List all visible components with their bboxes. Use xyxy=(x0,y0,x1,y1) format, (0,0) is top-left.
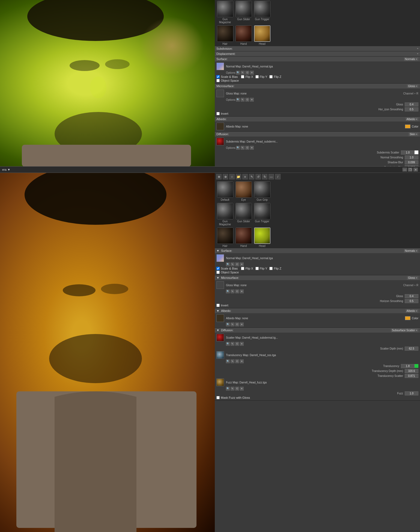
panel-scroll-bottom[interactable]: Default Eye Gun Grip Gun Magazine xyxy=(215,181,420,532)
scatter-edit[interactable]: ✎ xyxy=(231,342,234,346)
diffusion-header-bottom[interactable]: ▼ Diffusion: Subsurface Scatter ÷ xyxy=(215,328,420,333)
edit-icon-top[interactable]: ✎ xyxy=(241,71,245,75)
subdermis-scatter-input[interactable] xyxy=(401,150,415,155)
redo-btn[interactable]: ↻ xyxy=(262,174,267,179)
subdermis-search-icon[interactable]: 🔍 xyxy=(236,146,240,150)
albedo-header-bottom[interactable]: ▼ Albedo: Albedo ÷ xyxy=(215,308,420,313)
add-btn[interactable]: ⊕ xyxy=(216,174,222,179)
subdivision-dropdown[interactable]: ÷ xyxy=(417,47,418,50)
divider-label[interactable]: era ▼ xyxy=(2,168,10,171)
microsurface-header-bottom[interactable]: ▼ Microsurface: Gloss ÷ xyxy=(215,275,420,280)
displacement-header[interactable]: Displacement: ÷ xyxy=(215,51,420,56)
restore-button[interactable]: ❐ xyxy=(408,168,412,172)
thumb-default[interactable]: Default xyxy=(216,181,234,201)
scatter-copy[interactable]: © xyxy=(235,342,239,346)
trans-copy-b[interactable]: © xyxy=(235,359,239,363)
delete-icon-top[interactable]: ✕ xyxy=(250,71,254,75)
albedo-mode-bottom[interactable]: Albedo ÷ xyxy=(406,309,418,313)
scale-bias-check[interactable] xyxy=(216,75,220,78)
diffusion-header-top[interactable]: Diffusion: Skin ÷ xyxy=(215,132,420,137)
albedo-header-top[interactable]: Albedo: Albedo ÷ xyxy=(215,117,420,122)
fuzz-delete-b[interactable]: ✕ xyxy=(240,387,244,391)
gloss-input[interactable] xyxy=(405,102,418,107)
close-button[interactable]: ✕ xyxy=(413,168,418,172)
scatter-delete[interactable]: ✕ xyxy=(240,342,244,346)
gloss-edit-icon[interactable]: ✎ xyxy=(241,98,245,102)
trans-depth-input[interactable] xyxy=(405,369,418,373)
flip-x-check-b[interactable] xyxy=(241,267,244,270)
search-icon-top[interactable]: 🔍 xyxy=(236,71,240,75)
mask-fuzz-check[interactable] xyxy=(216,396,220,399)
thumb-b-head[interactable]: Head xyxy=(253,227,271,247)
albedo-delete-b[interactable]: ✕ xyxy=(240,323,244,326)
trans-scatter-input-b[interactable] xyxy=(405,374,418,378)
surface-mode-bottom[interactable]: Normals ÷ xyxy=(404,249,419,253)
gloss-copy-b[interactable]: © xyxy=(235,289,239,293)
fuzz-edit-b[interactable]: ✎ xyxy=(231,387,234,391)
thumb-head[interactable]: Head xyxy=(253,25,271,45)
albedo-swatch-b[interactable] xyxy=(405,316,410,320)
thumb-b-hair[interactable]: Hair xyxy=(216,227,234,247)
nm-delete-icon[interactable]: ✕ xyxy=(240,262,244,266)
thumb-gun-magazine[interactable]: Gun Magazine xyxy=(216,1,234,24)
trans-green-b[interactable] xyxy=(415,364,418,368)
gloss-input-b[interactable] xyxy=(405,294,418,298)
thumb-gun-grip[interactable]: Gun Grip xyxy=(253,181,271,201)
flip-y-check-b[interactable] xyxy=(255,267,259,270)
gloss-delete-icon[interactable]: ✕ xyxy=(250,98,254,102)
invert-check-b[interactable] xyxy=(216,304,220,307)
remove-btn[interactable]: ⊗ xyxy=(223,174,228,179)
horizon-smoothing-input[interactable] xyxy=(405,107,418,111)
thumb-hand[interactable]: Hand xyxy=(235,25,252,45)
fuzz-search-b[interactable]: 🔍 xyxy=(226,387,230,391)
shadow-blur-input[interactable] xyxy=(405,160,418,164)
flip-z-check[interactable] xyxy=(269,75,273,78)
albedo-copy-b[interactable]: © xyxy=(235,323,239,326)
thumb-gun-trigger[interactable]: Gun Trigger xyxy=(253,1,271,24)
subdermis-delete-icon[interactable]: ✕ xyxy=(250,146,254,150)
panel-scroll-top[interactable]: Subdivision: ÷ Displacement: ÷ Surface: … xyxy=(215,46,420,166)
thumb-eye[interactable]: Eye xyxy=(235,181,252,201)
thumb-b-gun-trigger[interactable]: Gun Trigger xyxy=(253,203,271,226)
minus-btn[interactable]: — xyxy=(269,174,274,179)
fuzz-input-b[interactable] xyxy=(405,391,418,395)
slash-btn[interactable]: / xyxy=(275,174,281,179)
flip-x-check[interactable] xyxy=(241,75,244,78)
invert-check-top[interactable] xyxy=(216,112,220,115)
surface-mode-top[interactable]: Normals ÷ xyxy=(404,57,419,61)
horizon-smoothing-input-b[interactable] xyxy=(405,299,418,303)
surface-header-bottom[interactable]: ▼ Surface: Normals ÷ xyxy=(215,248,420,253)
diffusion-mode-top[interactable]: Skin ÷ xyxy=(409,132,418,136)
thumb-gun-slider[interactable]: Gun Slider xyxy=(235,1,252,24)
fuzz-copy-b[interactable]: © xyxy=(235,387,239,391)
albedo-edit-b[interactable]: ✎ xyxy=(231,323,234,326)
scatter-depth-input[interactable] xyxy=(405,347,418,351)
microsurface-mode-bottom[interactable]: Gloss ÷ xyxy=(407,276,418,280)
nm-search-icon[interactable]: 🔍 xyxy=(226,262,230,266)
thumb-b-gun-slider[interactable]: Gun Slider xyxy=(235,203,252,226)
trans-search-b[interactable]: 🔍 xyxy=(226,359,230,363)
gloss-search-icon[interactable]: 🔍 xyxy=(236,98,240,102)
occlusion-blur-input[interactable] xyxy=(405,165,418,167)
subdermis-edit-icon[interactable]: ✎ xyxy=(241,146,245,150)
normal-smoothing-input[interactable] xyxy=(405,155,418,159)
flip-z-check-b[interactable] xyxy=(269,267,273,270)
copy-icon-top[interactable]: © xyxy=(245,71,249,75)
subdivision-header[interactable]: Subdivision: ÷ xyxy=(215,46,420,51)
albedo-search-b[interactable]: 🔍 xyxy=(226,323,230,326)
albedo-color-swatch[interactable] xyxy=(405,125,410,128)
edit-tool-btn[interactable]: ✎ xyxy=(249,174,254,179)
list-btn[interactable]: ≡ xyxy=(242,174,248,179)
thumb-b-gun-magazine[interactable]: Gun Magazine xyxy=(216,203,234,226)
object-space-check-b[interactable] xyxy=(216,271,220,274)
trans-delete-b[interactable]: ✕ xyxy=(240,359,244,363)
star-btn[interactable]: ☆ xyxy=(229,174,235,179)
microsurface-mode-top[interactable]: Gloss ÷ xyxy=(407,84,418,88)
diffusion-mode-bottom[interactable]: Subsurface Scatter ÷ xyxy=(391,329,418,332)
nm-copy-icon[interactable]: © xyxy=(235,262,239,266)
surface-header-top[interactable]: Surface: Normals ÷ xyxy=(215,57,420,61)
translucency-input-b[interactable] xyxy=(401,364,415,368)
thumb-hair[interactable]: Hair xyxy=(216,25,234,45)
flip-y-check[interactable] xyxy=(255,75,259,78)
albedo-mode-top[interactable]: Albedo ÷ xyxy=(406,117,418,121)
